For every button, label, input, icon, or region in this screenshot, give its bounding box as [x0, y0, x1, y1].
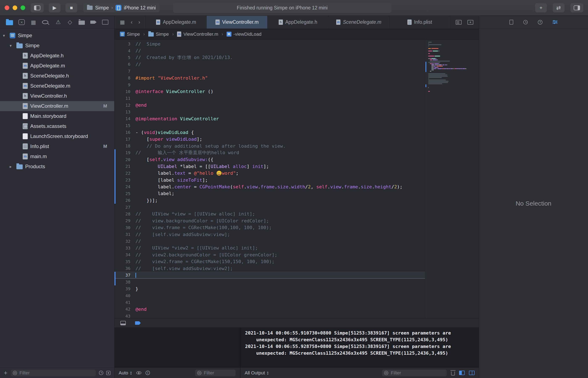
toggle-left-sidebar-button[interactable] — [31, 3, 44, 12]
help-inspector-icon[interactable]: ? — [538, 20, 542, 25]
code-line-24[interactable]: 24 label.center = CGPointMake(self.view.… — [114, 183, 425, 190]
code-line-33[interactable]: 33// UIView *view2 = [[UIView alloc] ini… — [114, 245, 425, 251]
sidebar-item-scenedelegate-h[interactable]: hSceneDelegate.h — [0, 71, 114, 81]
sidebar-item-launchscreen-storyboard[interactable]: LaunchScreen.storyboard — [0, 131, 114, 141]
code-line-42[interactable]: 42@end — [114, 306, 425, 312]
sidebar-item-viewcontroller-h[interactable]: hViewController.h — [0, 91, 114, 101]
source-control-icon[interactable]: × — [18, 19, 25, 25]
recents-filter-icon[interactable] — [99, 371, 103, 375]
tab-viewcontroller-m[interactable]: mViewController.m — [207, 16, 267, 28]
sidebar-item-main-storyboard[interactable]: Main.storyboard — [0, 111, 114, 121]
history-inspector-icon[interactable] — [523, 20, 528, 24]
navigator-filter-input[interactable] — [19, 370, 94, 376]
find-icon[interactable] — [42, 20, 48, 24]
variables-view[interactable] — [114, 328, 240, 367]
code-line-14[interactable]: 14@implementation ViewController — [114, 115, 425, 122]
tab-appdelegate-m[interactable]: mAppDelegate.m — [146, 16, 207, 28]
breadcrumb-item-simpe[interactable]: Simpe — [148, 31, 169, 37]
tab-scenedelegate-m[interactable]: mSceneDelegate.m — [328, 16, 389, 28]
reports-icon[interactable] — [102, 20, 108, 25]
tab-appdelegate-h[interactable]: hAppDelegate.h — [267, 16, 328, 28]
disclosure-triangle-icon[interactable]: ▾ — [10, 43, 16, 48]
code-line-39[interactable]: 39} — [114, 285, 425, 292]
hide-debug-area-icon[interactable] — [120, 321, 126, 325]
variables-scope-popup[interactable]: Auto ▲▼ — [119, 370, 132, 376]
code-line-36[interactable]: 36// [self.view addSubview:view2]; — [114, 265, 425, 272]
forward-button[interactable]: › — [138, 19, 140, 25]
tab-overview-icon[interactable]: ▦ — [120, 19, 125, 25]
toggle-right-sidebar-button[interactable] — [570, 3, 583, 12]
sidebar-item-simpe[interactable]: ▾Simpe — [0, 30, 114, 40]
code-line-8[interactable]: 8#import "ViewController.h" — [114, 75, 425, 81]
minimap[interactable] — [425, 40, 479, 318]
console-view[interactable]: 2021-10-14 00:06:55.910730+0800 Simpe[51… — [241, 328, 479, 367]
code-line-35[interactable]: 35// view2.frame = CGRectMake(150,150, 1… — [114, 258, 425, 265]
sidebar-item-appdelegate-m[interactable]: mAppDelegate.m — [0, 61, 114, 71]
code-line-34[interactable]: 34// view2.backgroundColor = [UIColor gr… — [114, 251, 425, 258]
code-line-3[interactable]: 3// Simpe — [114, 40, 425, 47]
show-variables-view-icon[interactable] — [459, 371, 465, 375]
code-line-13[interactable]: 13 — [114, 108, 425, 115]
code-line-19[interactable]: 19// 输入一个 水平垂直居中的hello word — [114, 149, 425, 156]
code-line-26[interactable]: 26 })]; — [114, 197, 425, 204]
code-line-28[interactable]: 28// UIView *view = [[UIView alloc] init… — [114, 211, 425, 217]
code-line-15[interactable]: 15 — [114, 122, 425, 129]
symbols-icon[interactable]: ▦ — [30, 19, 37, 26]
run-button[interactable]: ▶ — [49, 3, 60, 12]
add-file-button[interactable]: + — [4, 370, 8, 376]
navigator-filter-field[interactable] — [11, 369, 96, 377]
code-line-37[interactable]: 37 — [114, 272, 425, 278]
code-line-22[interactable]: 22 label.text = @"hello 😄word"; — [114, 170, 425, 176]
sidebar-item-info-plist[interactable]: Info.plistM — [0, 141, 114, 151]
code-line-21[interactable]: 21 UILabel *label = [[UILabel alloc] ini… — [114, 163, 425, 170]
code-line-11[interactable]: 11 — [114, 95, 425, 102]
code-line-9[interactable]: 9 — [114, 81, 425, 88]
console-scope-popup[interactable]: All Output ▲▼ — [245, 370, 269, 376]
breadcrumb-item-viewdidload[interactable]: M-viewDidLoad — [227, 31, 261, 37]
back-button[interactable]: ‹ — [131, 19, 133, 25]
code-line-18[interactable]: 18 // Do any additional setup after load… — [114, 143, 425, 149]
scm-status-filter-icon[interactable] — [106, 371, 110, 375]
close-button[interactable] — [5, 5, 9, 10]
add-editor-icon[interactable]: + — [468, 20, 473, 25]
file-inspector-icon[interactable] — [509, 20, 513, 25]
disclosure-triangle-icon[interactable]: ▾ — [3, 33, 10, 38]
library-add-button[interactable]: + — [535, 3, 547, 12]
debug-icon[interactable] — [79, 21, 85, 25]
breadcrumb-item-simpe[interactable]: Simpe — [120, 31, 140, 37]
clear-console-icon[interactable] — [451, 371, 455, 376]
sidebar-item-assets-xcassets[interactable]: Assets.xcassets — [0, 121, 114, 131]
code-line-7[interactable]: 7 — [114, 68, 425, 75]
stop-button[interactable]: ■ — [66, 3, 77, 12]
code-line-43[interactable]: 43 — [114, 313, 425, 318]
sidebar-item-viewcontroller-m[interactable]: mViewController.mM — [0, 101, 114, 111]
code-line-25[interactable]: 25 label; — [114, 190, 425, 197]
variables-filter-input[interactable] — [203, 370, 234, 376]
code-line-31[interactable]: 31// [self.view addSubview:view]; — [114, 231, 425, 238]
sidebar-item-scenedelegate-m[interactable]: mSceneDelegate.m — [0, 81, 114, 91]
sidebar-item-simpe[interactable]: ▾Simpe — [0, 40, 114, 51]
code-line-20[interactable]: 20 [self.view addSubview:({ — [114, 156, 425, 163]
code-line-5[interactable]: 5// Created by 李仕增 on 2021/10/13. — [114, 54, 425, 61]
code-line-12[interactable]: 12@end — [114, 102, 425, 108]
code-line-38[interactable]: 38 — [114, 279, 425, 285]
breakpoints-icon[interactable] — [90, 21, 97, 24]
attributes-inspector-icon[interactable] — [552, 20, 558, 24]
code-line-6[interactable]: 6// — [114, 61, 425, 68]
code-line-10[interactable]: 10@interface ViewController () — [114, 88, 425, 95]
disclosure-triangle-icon[interactable]: ▸ — [10, 164, 16, 169]
tests-icon[interactable]: ◇ — [67, 19, 73, 26]
code-line-29[interactable]: 29// view.backgroundColor = [UIColor red… — [114, 217, 425, 224]
editor-options-icon[interactable] — [456, 20, 462, 25]
minimize-button[interactable] — [13, 5, 17, 10]
sidebar-item-appdelegate-h[interactable]: hAppDelegate.h — [0, 51, 114, 61]
code-view[interactable]: 3// Simpe4//5// Created by 李仕增 on 2021/1… — [114, 40, 425, 318]
code-line-4[interactable]: 4// — [114, 47, 425, 54]
project-navigator-icon[interactable] — [6, 20, 13, 25]
sidebar-item-products[interactable]: ▸Products — [0, 162, 114, 172]
breakpoints-toggle-icon[interactable] — [135, 321, 141, 325]
code-line-40[interactable]: 40 — [114, 292, 425, 299]
console-filter-field[interactable] — [382, 369, 447, 377]
scheme-selector[interactable]: Simpe › iPhone 12 mini — [83, 3, 160, 12]
console-filter-input[interactable] — [390, 370, 445, 376]
